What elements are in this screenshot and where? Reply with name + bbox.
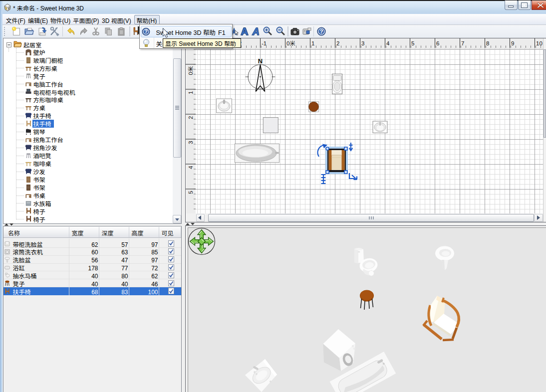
svg-text:5: 5 [411,39,414,47]
svg-text:10: 10 [536,39,543,47]
svg-text:2: 2 [336,39,339,47]
svg-text:4: 4 [186,166,194,169]
svg-text:-1: -1 [262,39,267,47]
svg-text:N: N [258,57,263,65]
svg-text:2: 2 [186,116,194,119]
svg-text:5: 5 [186,191,194,194]
svg-text:?: ? [144,29,147,34]
svg-text:3: 3 [361,39,364,47]
svg-text:?: ? [319,28,323,34]
svg-text:1: 1 [311,39,314,47]
svg-text:1: 1 [186,91,194,94]
svg-text:6: 6 [436,39,439,47]
svg-text:3: 3 [186,141,194,144]
svg-text:7: 7 [461,39,464,47]
svg-text:9: 9 [511,39,514,47]
svg-text:8: 8 [486,39,489,47]
svg-text:0米: 0米 [286,39,295,47]
svg-text:4: 4 [386,39,390,47]
svg-text:0米: 0米 [186,66,194,75]
